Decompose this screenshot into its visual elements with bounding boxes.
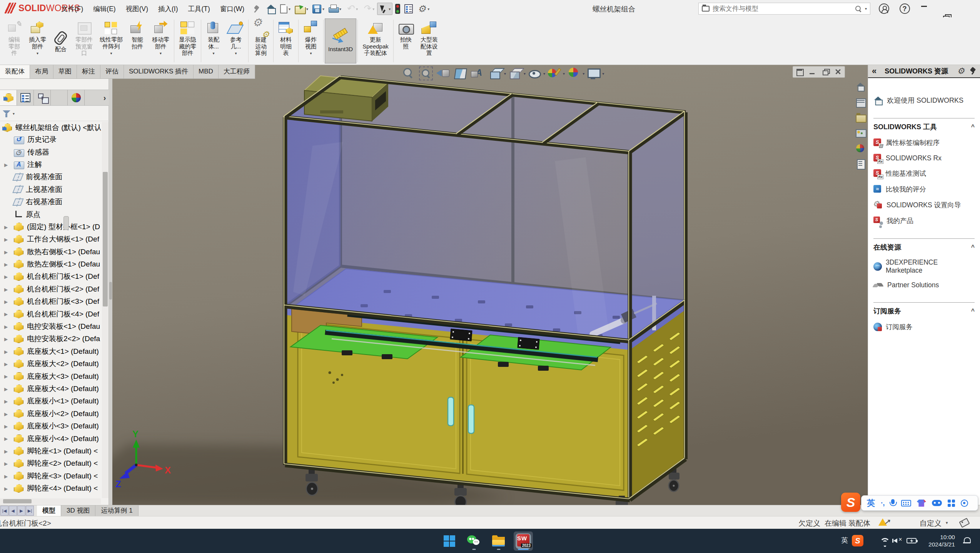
panel-tab-displaymanager[interactable] bbox=[68, 90, 85, 105]
battery-icon[interactable] bbox=[907, 538, 917, 543]
rebuild-traffic-light-button[interactable] bbox=[394, 3, 402, 15]
search-icon[interactable] bbox=[855, 5, 862, 12]
tree-item[interactable]: 右视基准面 bbox=[0, 196, 101, 208]
expand-arrow-icon[interactable]: ▶ bbox=[4, 374, 8, 379]
insert-component-button[interactable]: 插入零部件▾ bbox=[25, 18, 50, 63]
doc-tab-运动算例 1[interactable]: 运动算例 1 bbox=[95, 505, 138, 516]
settings-gear-button[interactable]: ▾ bbox=[416, 3, 431, 15]
tree-item[interactable]: 原点 bbox=[0, 208, 101, 220]
expand-arrow-icon[interactable]: ▶ bbox=[4, 274, 8, 280]
nav-first-button[interactable]: |◀ bbox=[0, 506, 8, 516]
doc-close-button[interactable] bbox=[833, 67, 843, 77]
undo-button[interactable]: ▾ bbox=[344, 3, 359, 15]
partner-handshake-link[interactable]: Partner Solutions bbox=[873, 281, 975, 289]
take-snapshot-button[interactable]: 拍快照 bbox=[395, 18, 417, 63]
tree-item[interactable]: 传感器 bbox=[0, 146, 101, 158]
doc-min-button[interactable] bbox=[808, 67, 817, 77]
wifi-icon[interactable] bbox=[880, 537, 889, 545]
expand-arrow-icon[interactable]: ▶ bbox=[4, 250, 8, 255]
menu-I[interactable]: 插入(I) bbox=[154, 2, 182, 15]
nav-prev-button[interactable]: ◀ bbox=[9, 506, 17, 516]
options-list-button[interactable] bbox=[403, 3, 414, 15]
tree-item[interactable]: ▶脚轮座<1> (Default) < bbox=[0, 445, 101, 457]
tab-MBD[interactable]: MBD bbox=[194, 65, 219, 78]
my-products-link[interactable]: 我的产品 bbox=[873, 216, 975, 225]
sogou-logo[interactable]: S bbox=[841, 493, 860, 512]
tree-item[interactable]: ▶(固定) 型材外框<1> (D bbox=[0, 221, 101, 233]
tab-装配体[interactable]: 装配体 bbox=[0, 65, 30, 78]
search-input[interactable]: 搜索文件与模型 ▾ bbox=[698, 3, 870, 15]
sw-benchmark-link[interactable]: 性能基准测试 bbox=[873, 169, 975, 178]
viewport-splitter-handle[interactable] bbox=[63, 216, 69, 230]
apply-scene-button[interactable] bbox=[567, 67, 581, 80]
previous-view-button[interactable] bbox=[436, 67, 450, 80]
marketplace-globe-link[interactable]: 3DEXPERIENCE Marketplace bbox=[873, 258, 975, 275]
caret-icon[interactable]: ▾ bbox=[524, 72, 526, 76]
hide-annotations-button[interactable] bbox=[471, 67, 485, 80]
panel-splitter[interactable] bbox=[109, 79, 112, 505]
section-view-button[interactable] bbox=[454, 67, 467, 80]
expand-arrow-icon[interactable]: ▶ bbox=[4, 162, 8, 168]
strip-folder-tab[interactable] bbox=[855, 113, 865, 122]
tree-item[interactable]: ▶底座板大<3> (Default) bbox=[0, 370, 101, 382]
menu-E[interactable]: 编辑(E) bbox=[89, 2, 120, 15]
nav-last-button[interactable]: ▶| bbox=[26, 506, 34, 516]
instant3d-button[interactable]: Instant3D bbox=[325, 18, 356, 63]
expand-arrow-icon[interactable]: ▶ bbox=[4, 349, 8, 355]
expand-arrow-icon[interactable]: ▶ bbox=[4, 424, 8, 429]
volume-muted-icon[interactable] bbox=[893, 537, 903, 545]
ime-keyboard-icon[interactable] bbox=[901, 500, 911, 506]
tab-布局[interactable]: 布局 bbox=[30, 65, 53, 78]
tab-SOLIDWORKS 插件[interactable]: SOLIDWORKS 插件 bbox=[124, 65, 194, 78]
menu-W[interactable]: 窗口(W) bbox=[216, 2, 249, 15]
filter-caret-icon[interactable]: ▾ bbox=[13, 112, 15, 116]
ime-toolbox-icon[interactable] bbox=[948, 500, 955, 507]
tab-草图[interactable]: 草图 bbox=[53, 65, 77, 78]
search-caret-icon[interactable]: ▾ bbox=[865, 7, 867, 11]
strip-palette-tab[interactable] bbox=[855, 128, 865, 138]
notification-bell-icon[interactable] bbox=[963, 536, 971, 545]
tree-item[interactable]: ▶机台机柜门板<3> (Def bbox=[0, 295, 101, 308]
tree-item[interactable]: ▶底座板大<1> (Default) bbox=[0, 345, 101, 358]
status-custom[interactable]: 自定义 bbox=[920, 518, 942, 528]
bill-of-materials-button[interactable]: 材料明细表 bbox=[275, 18, 297, 63]
tree-item[interactable]: ▶机台机柜门板<4> (Def bbox=[0, 308, 101, 320]
tray-language[interactable]: 英 bbox=[841, 536, 848, 545]
solidworks-taskbar-button[interactable]: SW2023 bbox=[514, 531, 533, 551]
sw-setup-wizard-link[interactable]: SOLIDWORKS 设置向导 bbox=[873, 200, 975, 210]
print-button[interactable]: ▾ bbox=[327, 3, 343, 14]
performance-warning-icon[interactable] bbox=[878, 518, 890, 528]
expand-arrow-icon[interactable]: ▶ bbox=[4, 474, 8, 479]
expand-arrow-icon[interactable]: ▶ bbox=[4, 287, 8, 292]
strip-home-tab[interactable] bbox=[855, 82, 865, 92]
panel-tab-configurationmanager[interactable] bbox=[34, 90, 51, 105]
select-arrow-button[interactable]: ▾ bbox=[377, 3, 392, 15]
caret-icon[interactable]: ▾ bbox=[504, 72, 506, 76]
tree-item[interactable]: ▶电控安装板<1> (Defau bbox=[0, 320, 101, 333]
expand-arrow-icon[interactable]: ▶ bbox=[4, 449, 8, 454]
reference-geometry-button[interactable]: 参考几...▾ bbox=[225, 18, 247, 63]
tree-item[interactable]: ▶脚轮座<2> (Default) < bbox=[0, 457, 101, 470]
custom-caret-icon[interactable]: ▾ bbox=[946, 520, 948, 525]
redo-button[interactable]: ▾ bbox=[361, 3, 376, 15]
expand-arrow-icon[interactable]: ▶ bbox=[4, 336, 8, 342]
sogou-tray-icon[interactable]: S bbox=[852, 535, 863, 546]
collapse-pane-button[interactable]: « bbox=[872, 66, 876, 76]
save-button[interactable]: ▾ bbox=[311, 3, 326, 15]
compare-score-link[interactable]: 比较我的评分 bbox=[873, 185, 975, 194]
filter-funnel-icon[interactable] bbox=[2, 110, 11, 118]
minimize-button[interactable] bbox=[918, 0, 931, 12]
edit-appearance-button[interactable] bbox=[547, 67, 561, 80]
collapse-chevron-icon[interactable]: ^ bbox=[971, 123, 975, 130]
tree-item[interactable]: ▶底座板大<2> (Default) bbox=[0, 358, 101, 370]
tree-vertical-scrollbar[interactable] bbox=[102, 122, 109, 498]
tab-标注[interactable]: 标注 bbox=[77, 65, 100, 78]
expand-arrow-icon[interactable]: ▶ bbox=[4, 262, 8, 267]
strip-library-tab[interactable] bbox=[855, 98, 865, 107]
tree-horizontal-scrollbar[interactable] bbox=[0, 498, 101, 504]
ime-punctuation[interactable]: ·, bbox=[881, 499, 885, 507]
tree-item[interactable]: ▶底座板小<2> (Default) bbox=[0, 408, 101, 420]
tree-filter-row[interactable]: ▾ bbox=[0, 107, 109, 121]
section-header[interactable]: 在线资源^ bbox=[873, 243, 975, 252]
tree-item[interactable]: ▶底座板小<1> (Default) bbox=[0, 395, 101, 407]
